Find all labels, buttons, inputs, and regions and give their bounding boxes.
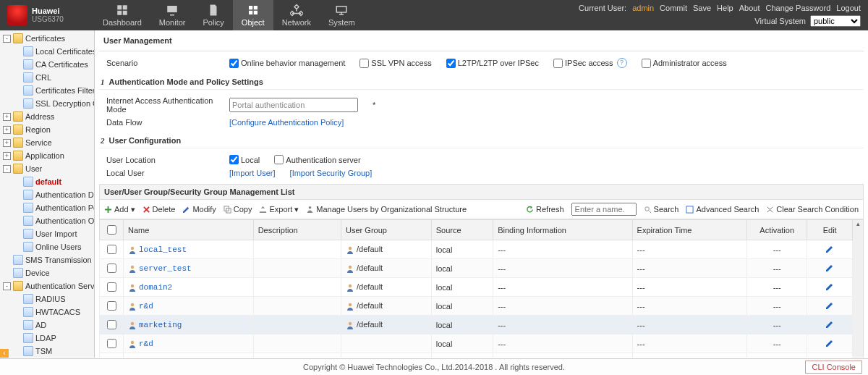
user-name-link[interactable]: server_test <box>139 264 192 273</box>
tab-object[interactable]: Object <box>233 0 273 30</box>
link-import-sg[interactable]: [Import Security Group] <box>290 169 373 177</box>
row-checkbox[interactable] <box>107 301 116 311</box>
loc-local[interactable]: Local <box>229 155 260 164</box>
col-bind[interactable]: Binding Information <box>493 220 632 240</box>
search-button[interactable]: Search <box>644 205 679 214</box>
user-name-link[interactable]: r&d <box>139 340 153 348</box>
scenario-ssl[interactable]: SSL VPN access <box>359 59 431 68</box>
row-checkbox[interactable] <box>107 320 116 329</box>
sidebar-item[interactable]: Online Users <box>0 240 94 253</box>
scenario-obm[interactable]: Online behavior management <box>229 59 345 68</box>
link-change-password[interactable]: Change Password <box>765 4 830 12</box>
link-logout[interactable]: Logout <box>836 4 861 12</box>
loc-auth[interactable]: Authentication server <box>274 155 360 164</box>
sidebar-item[interactable]: +Region <box>0 123 94 136</box>
col-group[interactable]: User Group <box>341 220 432 240</box>
sidebar-item[interactable]: Authentication Option <box>0 214 94 227</box>
sidebar-item[interactable]: TSM <box>0 345 94 358</box>
link-help[interactable]: Help <box>717 4 733 12</box>
col-name[interactable]: Name <box>124 220 254 240</box>
tree-toggle-icon[interactable]: - <box>3 282 11 290</box>
sidebar-item[interactable]: Device <box>0 266 94 279</box>
sidebar-item[interactable]: LDAP <box>0 332 94 345</box>
col-source[interactable]: Source <box>431 220 493 240</box>
table-row[interactable]: r&dlocal--------- <box>100 334 853 353</box>
help-icon[interactable]: ? <box>617 58 627 68</box>
sidebar-item[interactable]: +Application <box>0 149 94 162</box>
sidebar-item[interactable]: -Certificates <box>0 32 94 45</box>
user-name-link[interactable]: domain2 <box>139 283 172 292</box>
scenario-admin[interactable]: Administrator access <box>642 59 727 68</box>
sidebar-item[interactable]: CA Certificates <box>0 58 94 71</box>
user-name-link[interactable]: marketing <box>139 321 182 329</box>
link-import-user[interactable]: [Import User] <box>229 169 276 177</box>
table-row[interactable]: domain2/defaultlocal--------- <box>100 278 853 297</box>
sidebar[interactable]: -CertificatesLocal CertificatesCA Certif… <box>0 30 95 358</box>
sidebar-item[interactable]: Authentication Domain <box>0 188 94 201</box>
edit-icon[interactable] <box>825 246 834 255</box>
sidebar-item[interactable]: SMS Transmission <box>0 253 94 266</box>
sidebar-item[interactable]: RADIUS <box>0 292 94 306</box>
table-row[interactable]: andrei_vpn/defaultlocalNoneNever <box>100 353 853 358</box>
table-row[interactable]: server_test/defaultlocal--------- <box>100 259 853 278</box>
col-exp[interactable]: Expiration Time <box>632 220 747 240</box>
tree-toggle-icon[interactable]: - <box>3 35 11 43</box>
tab-system[interactable]: System <box>320 0 364 30</box>
col-edit[interactable]: Edit <box>807 220 853 240</box>
table-row[interactable]: local_test/defaultlocal--------- <box>100 240 853 259</box>
export-button[interactable]: Export▾ <box>259 205 299 214</box>
col-desc[interactable]: Description <box>253 220 341 240</box>
tab-monitor[interactable]: Monitor <box>150 0 195 30</box>
refresh-button[interactable]: Refresh <box>526 205 564 214</box>
add-button[interactable]: Add▾ <box>104 205 135 214</box>
modify-button[interactable]: Modify <box>182 205 216 214</box>
tab-dashboard[interactable]: Dashboard <box>94 0 150 30</box>
sidebar-toggle-icon[interactable]: ‹ <box>0 349 9 358</box>
sidebar-item[interactable]: User Import <box>0 227 94 240</box>
link-about[interactable]: About <box>739 4 760 12</box>
sidebar-item[interactable]: default <box>0 175 94 188</box>
tree-toggle-icon[interactable]: - <box>3 165 11 173</box>
sidebar-item[interactable]: CRL <box>0 71 94 84</box>
tab-network[interactable]: Network <box>273 0 320 30</box>
search-input[interactable] <box>571 203 637 216</box>
delete-button[interactable]: Delete <box>142 205 176 214</box>
sidebar-item[interactable]: +Service <box>0 136 94 149</box>
copy-button[interactable]: Copy <box>224 205 252 214</box>
scenario-ipsec[interactable]: IPSec access? <box>553 58 627 68</box>
row-checkbox[interactable] <box>107 245 116 254</box>
link-configure-auth-policy[interactable]: [Configure Authentication Policy] <box>229 118 344 127</box>
select-all[interactable] <box>107 225 116 235</box>
table-row[interactable]: marketing/defaultlocal--------- <box>100 316 853 334</box>
sidebar-item[interactable]: SSL Decryption Cert <box>0 97 94 110</box>
sidebar-item[interactable]: -User <box>0 162 94 175</box>
sidebar-item[interactable]: Authentication Policy <box>0 201 94 214</box>
table-row[interactable]: r&d/defaultlocal--------- <box>100 297 853 316</box>
tree-toggle-icon[interactable]: + <box>3 139 11 147</box>
edit-icon[interactable] <box>825 265 834 274</box>
row-checkbox[interactable] <box>107 282 116 292</box>
tree-toggle-icon[interactable]: + <box>3 152 11 160</box>
table-scrollbar[interactable]: ▴▾ <box>853 219 864 358</box>
sidebar-item[interactable]: AD <box>0 319 94 332</box>
tree-toggle-icon[interactable]: + <box>3 126 11 134</box>
edit-icon[interactable] <box>825 303 834 311</box>
sidebar-item[interactable]: Certificates Filtering <box>0 84 94 97</box>
sidebar-item[interactable]: +Address <box>0 110 94 123</box>
tab-policy[interactable]: Policy <box>195 0 233 30</box>
edit-icon[interactable] <box>825 321 834 330</box>
cli-console-button[interactable]: CLI Console <box>805 361 862 374</box>
scenario-l2tp[interactable]: L2TP/L2TP over IPSec <box>446 59 539 68</box>
tree-toggle-icon[interactable]: + <box>3 113 11 121</box>
auth-mode-input[interactable] <box>229 98 358 112</box>
col-act[interactable]: Activation <box>747 220 807 240</box>
user-name-link[interactable]: local_test <box>139 245 187 254</box>
row-checkbox[interactable] <box>107 339 116 348</box>
advanced-search-button[interactable]: Advanced Search <box>686 205 759 214</box>
edit-icon[interactable] <box>825 284 834 292</box>
sidebar-item[interactable]: HWTACACS <box>0 306 94 319</box>
edit-icon[interactable] <box>825 340 834 349</box>
sidebar-item[interactable]: Local Certificates <box>0 45 94 58</box>
clear-search-button[interactable]: Clear Search Condition <box>766 205 859 214</box>
manage-org-button[interactable]: Manage Users by Organizational Structure <box>306 205 467 214</box>
